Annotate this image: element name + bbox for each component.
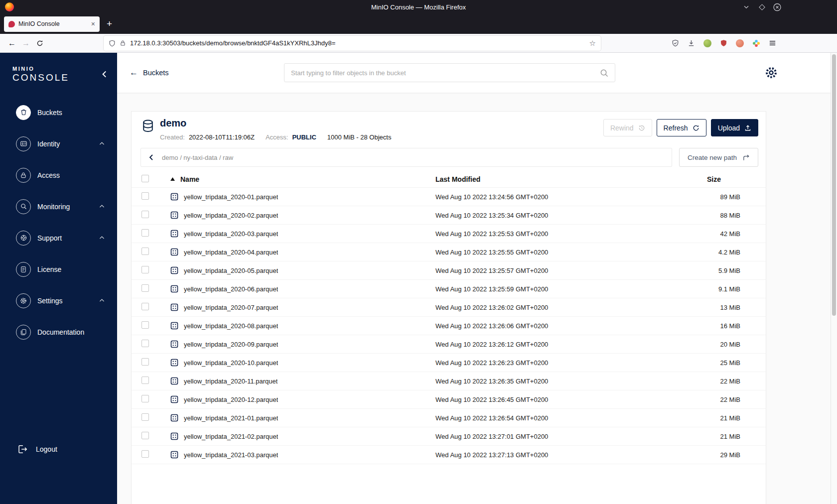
url-bar[interactable]: 172.18.0.3:30503/buckets/demo/browse/bnk… (104, 36, 601, 51)
row-checkbox[interactable] (141, 321, 149, 329)
path-back-chevron-icon[interactable] (141, 148, 162, 166)
row-checkbox[interactable] (141, 377, 149, 384)
row-checkbox[interactable] (141, 248, 149, 255)
object-name[interactable]: yellow_tripdata_2020-10.parquet (184, 359, 278, 367)
sidebar-item-documentation[interactable]: Documentation (0, 316, 117, 348)
table-row[interactable]: yellow_tripdata_2020-11.parquet Wed Aug … (132, 372, 766, 390)
object-name[interactable]: yellow_tripdata_2021-03.parquet (184, 451, 278, 459)
object-name[interactable]: yellow_tripdata_2020-01.parquet (184, 193, 278, 201)
extension-shield-icon[interactable] (672, 39, 679, 47)
window-close-icon[interactable] (773, 3, 781, 11)
object-name[interactable]: yellow_tripdata_2020-12.parquet (184, 396, 278, 403)
table-row[interactable]: yellow_tripdata_2021-03.parquet Wed Aug … (132, 446, 766, 464)
url-text[interactable]: 172.18.0.3:30503/buckets/demo/browse/bnk… (130, 39, 585, 47)
table-row[interactable]: yellow_tripdata_2021-02.parquet Wed Aug … (132, 427, 766, 446)
object-name[interactable]: yellow_tripdata_2020-11.parquet (184, 378, 278, 385)
window-maximize-icon[interactable] (758, 3, 766, 11)
object-name[interactable]: yellow_tripdata_2020-06.parquet (184, 285, 278, 293)
lock-icon[interactable] (120, 40, 126, 46)
back-to-buckets-link[interactable]: ← Buckets (130, 53, 169, 93)
table-row[interactable]: yellow_tripdata_2020-02.parquet Wed Aug … (132, 206, 766, 225)
table-row[interactable]: yellow_tripdata_2020-01.parquet Wed Aug … (132, 188, 766, 206)
account-avatar-icon[interactable] (736, 39, 744, 47)
downloads-icon[interactable] (688, 39, 695, 47)
table-row[interactable]: yellow_tripdata_2020-06.parquet Wed Aug … (132, 280, 766, 298)
object-name[interactable]: yellow_tripdata_2020-03.parquet (184, 230, 278, 238)
object-name[interactable]: yellow_tripdata_2021-01.parquet (184, 414, 278, 422)
row-checkbox[interactable] (141, 229, 149, 237)
object-name[interactable]: yellow_tripdata_2020-09.parquet (184, 341, 278, 348)
row-checkbox[interactable] (141, 211, 149, 218)
object-name[interactable]: yellow_tripdata_2021-02.parquet (184, 433, 278, 440)
row-checkbox[interactable] (141, 266, 149, 273)
row-checkbox[interactable] (141, 432, 149, 439)
column-header-modified[interactable]: Last Modified (435, 175, 707, 183)
row-checkbox[interactable] (141, 192, 149, 200)
table-row[interactable]: yellow_tripdata_2020-10.parquet Wed Aug … (132, 354, 766, 372)
sort-ascending-icon[interactable] (170, 177, 175, 181)
object-name[interactable]: yellow_tripdata_2020-08.parquet (184, 322, 278, 330)
row-checkbox[interactable] (141, 395, 149, 402)
row-checkbox[interactable] (141, 303, 149, 310)
sidebar-item-monitoring[interactable]: Monitoring (0, 191, 117, 222)
browser-tab[interactable]: MinIO Console × (4, 16, 100, 32)
sidebar-collapse-icon[interactable] (100, 70, 109, 79)
sidebar-item-support[interactable]: Support (0, 222, 117, 253)
path-breadcrumb-text[interactable]: demo / ny-taxi-data / raw (162, 154, 233, 161)
row-checkbox[interactable] (141, 358, 149, 366)
object-name[interactable]: yellow_tripdata_2020-07.parquet (184, 304, 278, 311)
scrollbar-thumb[interactable] (832, 54, 836, 316)
table-row[interactable]: yellow_tripdata_2020-12.parquet Wed Aug … (132, 390, 766, 409)
upload-button[interactable]: Upload (711, 119, 758, 136)
tracking-shield-icon[interactable] (109, 40, 116, 47)
create-new-path-button[interactable]: Create new path (679, 148, 758, 167)
app-menu-icon[interactable] (769, 39, 776, 47)
chevron-up-icon[interactable] (99, 297, 105, 304)
object-name[interactable]: yellow_tripdata_2020-05.parquet (184, 267, 278, 274)
sidebar-item-logout[interactable]: Logout (0, 439, 117, 459)
console-settings-gear-icon[interactable] (764, 66, 778, 80)
sidebar-item-identity[interactable]: Identity (0, 128, 117, 159)
extension-green-circle-icon[interactable] (703, 39, 711, 47)
search-input[interactable] (291, 69, 600, 77)
row-checkbox[interactable] (141, 413, 149, 421)
rewind-button[interactable]: Rewind (603, 119, 652, 136)
sidebar-item-access[interactable]: Access (0, 159, 117, 191)
reload-button[interactable] (33, 40, 47, 47)
back-button[interactable]: ← (5, 39, 19, 48)
firefox-logo-icon (5, 2, 14, 11)
chevron-up-icon[interactable] (99, 203, 105, 210)
table-row[interactable]: yellow_tripdata_2020-07.parquet Wed Aug … (132, 298, 766, 317)
page-scrollbar[interactable] (831, 53, 837, 504)
ublock-shield-icon[interactable] (720, 39, 727, 47)
row-checkbox[interactable] (141, 450, 149, 458)
sidebar-item-settings[interactable]: Settings (0, 285, 117, 316)
table-row[interactable]: yellow_tripdata_2020-08.parquet Wed Aug … (132, 317, 766, 335)
object-name[interactable]: yellow_tripdata_2020-02.parquet (184, 212, 278, 219)
tab-close-icon[interactable]: × (91, 20, 95, 27)
access-value[interactable]: PUBLIC (292, 133, 316, 141)
table-row[interactable]: yellow_tripdata_2021-01.parquet Wed Aug … (132, 409, 766, 427)
row-checkbox[interactable] (141, 340, 149, 347)
bookmark-star-icon[interactable]: ☆ (589, 39, 596, 48)
select-all-checkbox[interactable] (141, 175, 149, 182)
window-minimize-icon[interactable] (742, 3, 750, 11)
row-checkbox[interactable] (141, 284, 149, 292)
chevron-up-icon[interactable] (99, 235, 105, 241)
table-row[interactable]: yellow_tripdata_2020-05.parquet Wed Aug … (132, 261, 766, 280)
column-header-name[interactable]: Name (180, 175, 199, 183)
sidebar-item-buckets[interactable]: Buckets (0, 97, 117, 128)
window-controls (742, 3, 837, 11)
table-row[interactable]: yellow_tripdata_2020-04.parquet Wed Aug … (132, 243, 766, 261)
new-tab-button[interactable]: + (107, 18, 112, 29)
forward-button[interactable]: → (19, 39, 33, 48)
column-header-size[interactable]: Size (707, 175, 758, 183)
sidebar-item-license[interactable]: License (0, 253, 117, 285)
table-row[interactable]: yellow_tripdata_2020-03.parquet Wed Aug … (132, 225, 766, 243)
refresh-button[interactable]: Refresh (657, 119, 706, 136)
table-row[interactable]: yellow_tripdata_2020-09.parquet Wed Aug … (132, 335, 766, 354)
chevron-up-icon[interactable] (99, 140, 105, 147)
identity-icon (16, 136, 31, 151)
containers-pinwheel-icon[interactable] (752, 39, 760, 47)
object-name[interactable]: yellow_tripdata_2020-04.parquet (184, 249, 278, 256)
